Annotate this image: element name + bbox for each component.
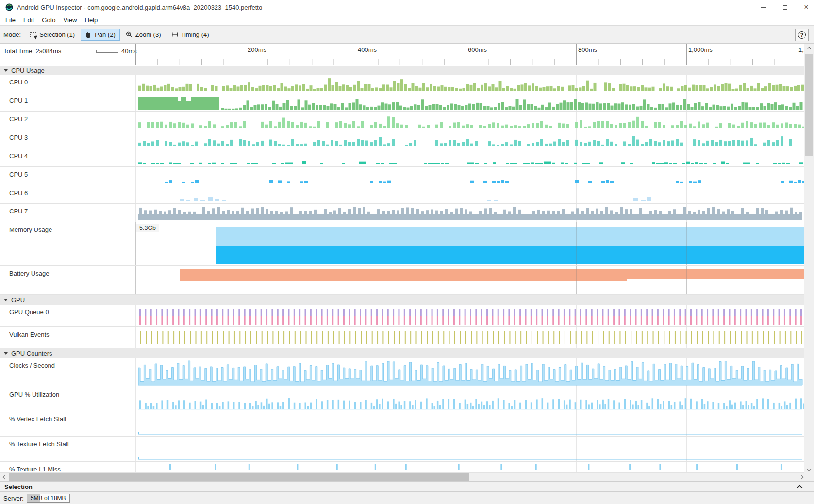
track-label-vulkan-events: Vulkan Events (9, 331, 50, 338)
menu-goto[interactable]: Goto (38, 16, 59, 25)
collapse-arrow-icon[interactable] (4, 299, 8, 301)
track-label-clocks-second: Clocks / Second (9, 362, 55, 369)
selection-mode-button[interactable]: Selection (1) (26, 29, 79, 41)
horizontal-scrollbar[interactable] (0, 473, 805, 481)
track-label-vertex-fetch-stall: % Vertex Fetch Stall (9, 415, 66, 423)
timing-mode-label: Timing (4) (181, 31, 209, 38)
menu-file[interactable]: File (1, 16, 19, 25)
track-row-cpu-3[interactable]: CPU 3 (0, 130, 805, 148)
track-list: CPU UsageCPU 0CPU 1CPU 2CPU 3CPU 4CPU 5C… (0, 66, 805, 473)
mode-toolbar: Mode: Selection (1) Pan (2) Zoom (3) (0, 25, 814, 44)
cpu-0-chart[interactable] (135, 75, 805, 93)
server-memory-badge: 5MB of 18MB (27, 494, 70, 503)
server-label: Server: (3, 495, 24, 502)
scroll-left-arrow-icon[interactable] (0, 473, 9, 481)
scroll-up-arrow-icon[interactable] (804, 44, 814, 52)
track-row-battery-usage[interactable]: Battery Usage (0, 266, 805, 295)
track-row-gpu-queue-0[interactable]: GPU Queue 0 (0, 305, 805, 327)
selection-icon (30, 32, 36, 37)
title-bar: Android GPU Inspector - com.google.andro… (0, 0, 814, 15)
selection-panel-header[interactable]: Selection (0, 481, 814, 492)
track-label-gpu-queue-0: GPU Queue 0 (9, 309, 49, 316)
gridlines-overlay (135, 222, 805, 265)
zoom-mode-button[interactable]: Zoom (3) (121, 29, 166, 41)
track-row-cpu-5[interactable]: CPU 5 (0, 167, 805, 185)
track-label-cpu-4: CPU 4 (9, 152, 28, 160)
track-row-vertex-fetch-stall[interactable]: % Vertex Fetch Stall (0, 411, 805, 437)
ruler-label-600ms: 600ms (468, 46, 487, 53)
selection-panel-title: Selection (4, 483, 33, 490)
clocks-second-chart[interactable] (135, 358, 805, 387)
vertical-scrollbar[interactable] (804, 44, 814, 473)
track-row-clocks-second[interactable]: Clocks / Second (0, 358, 805, 387)
section-header-gpu-counters[interactable]: GPU Counters (0, 348, 805, 358)
gpu-queue-0-chart[interactable] (135, 305, 805, 326)
track-label-cpu-7: CPU 7 (9, 208, 28, 215)
pan-mode-button[interactable]: Pan (2) (81, 29, 120, 41)
status-separator (75, 494, 75, 502)
section-label: GPU Counters (11, 350, 52, 357)
zoom-mode-label: Zoom (3) (135, 31, 161, 38)
memory-usage-chart[interactable]: 5.3Gb (135, 222, 805, 265)
section-label: CPU Usage (11, 67, 45, 74)
track-row-memory-usage[interactable]: Memory Usage5.3Gb (0, 222, 805, 266)
track-row-cpu-7[interactable]: CPU 7 (0, 204, 805, 222)
close-button[interactable]: × (803, 4, 810, 11)
collapse-arrow-icon[interactable] (4, 69, 8, 72)
track-row-cpu-6[interactable]: CPU 6 (0, 185, 805, 204)
agi-logo-icon (5, 3, 13, 11)
menu-bar: File Edit Goto View Help (0, 15, 814, 25)
vertical-scroll-thumb[interactable] (805, 54, 813, 156)
menu-help[interactable]: Help (81, 16, 102, 25)
track-label-texture-l1-miss: % Texture L1 Miss (9, 466, 61, 473)
hand-icon (85, 31, 92, 38)
memory-value-label: 5.3Gb (136, 224, 159, 232)
track-row-cpu-2[interactable]: CPU 2 (0, 112, 805, 130)
vulkan-events-chart[interactable] (135, 327, 805, 348)
texture-l1-miss-chart[interactable] (135, 462, 805, 472)
scrollbar-corner (804, 473, 814, 481)
help-button[interactable]: ? (795, 29, 809, 41)
track-label-battery-usage: Battery Usage (9, 270, 49, 277)
cpu-5-chart[interactable] (135, 167, 805, 185)
scale-bracket-icon (96, 50, 118, 53)
track-row-texture-l1-miss[interactable]: % Texture L1 Miss (0, 462, 805, 473)
menu-view[interactable]: View (60, 16, 81, 25)
agi-window: Android GPU Inspector - com.google.andro… (0, 0, 814, 504)
horizontal-scroll-thumb[interactable] (9, 473, 469, 481)
track-row-texture-fetch-stall[interactable]: % Texture Fetch Stall (0, 437, 805, 462)
cpu-4-chart[interactable] (135, 148, 805, 166)
time-ruler[interactable]: Total Time: 2s084ms 40ms 200ms 400ms 600… (0, 44, 805, 65)
status-bar: Server: 5MB of 18MB (0, 492, 814, 504)
ruler-ticks: 200ms 400ms 600ms 800ms 1,000ms 1,200ms (135, 44, 805, 65)
window-title: Android GPU Inspector - com.google.andro… (17, 4, 262, 11)
track-label-cpu-0: CPU 0 (9, 79, 28, 86)
track-label-cpu-5: CPU 5 (9, 171, 28, 178)
track-row-gpu-utilization[interactable]: GPU % Utilization (0, 387, 805, 411)
track-row-vulkan-events[interactable]: Vulkan Events (0, 327, 805, 348)
cpu-2-chart[interactable] (135, 112, 805, 130)
gpu-utilization-chart[interactable] (135, 387, 805, 411)
expand-panel-icon[interactable] (797, 485, 803, 491)
cpu-3-chart[interactable] (135, 130, 805, 148)
collapse-arrow-icon[interactable] (4, 352, 8, 355)
battery-usage-chart[interactable] (135, 266, 805, 294)
section-header-cpu-usage[interactable]: CPU Usage (0, 66, 805, 75)
selection-mode-label: Selection (1) (39, 31, 75, 38)
cpu-1-chart[interactable] (135, 93, 805, 111)
track-row-cpu-4[interactable]: CPU 4 (0, 148, 805, 167)
timing-mode-button[interactable]: Timing (4) (167, 29, 214, 41)
menu-edit[interactable]: Edit (19, 16, 38, 25)
cpu-7-chart[interactable] (135, 204, 805, 222)
track-row-cpu-1[interactable]: CPU 1 (0, 93, 805, 112)
track-row-cpu-0[interactable]: CPU 0 (0, 75, 805, 93)
texture-fetch-stall-chart[interactable] (135, 437, 805, 461)
cpu-6-chart[interactable] (135, 185, 805, 203)
track-label-cpu-6: CPU 6 (9, 189, 28, 196)
section-header-gpu[interactable]: GPU (0, 295, 805, 305)
track-label-texture-fetch-stall: % Texture Fetch Stall (9, 440, 69, 448)
vertex-fetch-stall-chart[interactable] (135, 411, 805, 436)
minimize-button[interactable] (760, 4, 767, 11)
scroll-down-arrow-icon[interactable] (804, 465, 814, 473)
maximize-button[interactable] (781, 4, 788, 11)
